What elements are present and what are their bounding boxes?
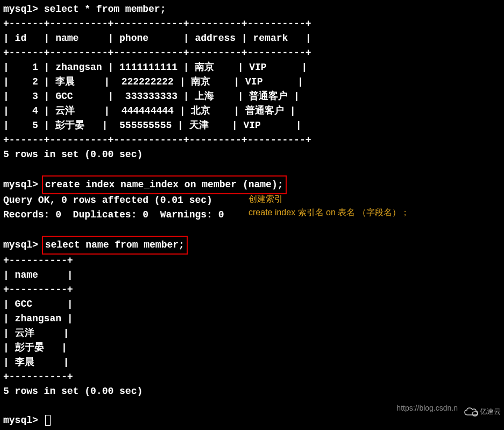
- table1-row: | 3 | GCC | 333333333 | 上海 | 普通客户 |: [3, 89, 501, 104]
- cursor-icon: [45, 415, 51, 426]
- table2-row: | GCC |: [3, 297, 501, 312]
- table2-row: | 彭于晏 |: [3, 341, 501, 355]
- sql-query-3: select name from member;: [45, 239, 184, 250]
- table1-row: | 5 | 彭于晏 | 555555555 | 天津 | VIP |: [3, 118, 501, 133]
- mysql-prompt: mysql>: [3, 179, 38, 190]
- table2-header: | name |: [3, 268, 501, 283]
- sql-query-2: create index name_index on member (name)…: [45, 179, 283, 190]
- table1-row: | 2 | 李晨 | 222222222 | 南京 | VIP |: [3, 75, 501, 89]
- result-line-3: 5 rows in set (0.00 sec): [3, 384, 501, 399]
- table2-border-bot: +----------+: [3, 370, 501, 384]
- result-line-1: 5 rows in set (0.00 sec): [3, 147, 501, 162]
- prompt-line-final[interactable]: mysql>: [3, 413, 501, 428]
- query-line-2: mysql> create index name_index on member…: [3, 177, 501, 193]
- table1-border-mid: +------+----------+------------+--------…: [3, 46, 501, 60]
- blank-line: [3, 162, 501, 177]
- table1-header: | id | name | phone | address | remark |: [3, 31, 501, 46]
- watermark-url: https://blog.csdn.n: [396, 403, 458, 414]
- table2-border-mid: +----------+: [3, 283, 501, 297]
- highlighted-query-3: select name from member;: [42, 236, 188, 255]
- blank-line: [3, 222, 501, 237]
- table1-row: | 4 | 云洋 | 444444444 | 北京 | 普通客户 |: [3, 104, 501, 118]
- watermark-brand-text: 亿速云: [480, 406, 501, 417]
- table2-row: | 李晨 |: [3, 355, 501, 370]
- annotation-text-1: 创建索引: [249, 193, 283, 206]
- query-line-1: mysql> select * from member;: [3, 2, 501, 17]
- table2-row: | 云洋 |: [3, 326, 501, 341]
- sql-query-1: select * from member;: [44, 4, 166, 15]
- mysql-prompt: mysql>: [3, 4, 38, 15]
- mysql-prompt: mysql>: [3, 239, 38, 250]
- annotation-text-2: create index 索引名 on 表名 （字段名）；: [249, 206, 409, 219]
- mysql-prompt: mysql>: [3, 415, 38, 426]
- watermark-logo: 亿速云: [464, 406, 501, 417]
- table1-row: | 1 | zhangsan | 1111111111 | 南京 | VIP |: [3, 60, 501, 75]
- highlighted-query-2: create index name_index on member (name)…: [42, 175, 287, 194]
- cloud-icon: [464, 406, 479, 417]
- table2-border-top: +----------+: [3, 253, 501, 268]
- table1-border-top: +------+----------+------------+--------…: [3, 17, 501, 31]
- table2-row: | zhangsan |: [3, 312, 501, 326]
- table1-border-bot: +------+----------+------------+--------…: [3, 133, 501, 147]
- query-line-3: mysql> select name from member;: [3, 237, 501, 253]
